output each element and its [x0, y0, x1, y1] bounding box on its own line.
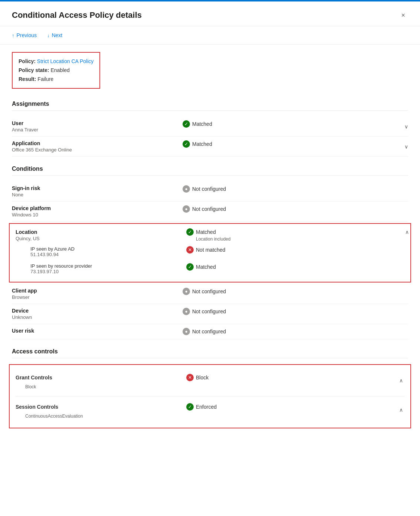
grant-controls-status-icon: ✕	[186, 374, 194, 381]
ip-resource-provider-left: IP seen by resource provider 73.193.97.1…	[30, 263, 186, 274]
user-status-icon: ✓	[183, 120, 190, 128]
session-controls-note: ContinuousAccessEvaluation	[25, 412, 404, 422]
user-label: User	[12, 120, 183, 126]
client-app-value: Browser	[12, 294, 183, 300]
grant-controls-status-row: ✕ Block	[186, 374, 209, 381]
location-left: Location Quincy, US	[16, 229, 186, 241]
user-risk-status-text: Not configured	[192, 329, 226, 334]
user-expand-icon[interactable]: ∨	[404, 124, 408, 130]
policy-result-prefix: Result:	[19, 76, 36, 82]
user-risk-status: ● Not configured	[183, 328, 408, 335]
user-risk-row: User risk ● Not configured	[12, 324, 408, 339]
client-app-status-text: Not configured	[192, 288, 226, 294]
location-status-col: ✓ Matched Location included	[186, 228, 404, 242]
location-status-icon: ✓	[186, 228, 194, 236]
user-status: ✓ Matched	[183, 120, 408, 128]
device-status: ● Not configured	[183, 308, 408, 315]
ip-azure-ad-value: 51.143.90.94	[30, 252, 186, 257]
session-controls-status-row: ✓ Enforced	[186, 403, 217, 411]
device-platform-row: Device platform Windows 10 ● Not configu…	[12, 202, 408, 222]
ip-azure-ad-left: IP seen by Azure AD 51.143.90.94	[30, 246, 186, 257]
policy-state-value: Enabled	[50, 67, 69, 73]
access-controls-section-title: Access controls	[12, 348, 408, 355]
client-app-status-icon: ●	[183, 288, 190, 295]
session-controls-status-text: Enforced	[196, 404, 217, 410]
signin-risk-status-text: Not configured	[192, 186, 226, 192]
ip-azure-ad-status-text: Not matched	[196, 247, 225, 253]
user-value: Anna Traver	[12, 127, 183, 133]
device-platform-left: Device platform Windows 10	[12, 205, 183, 218]
next-button[interactable]: ↓ Next	[47, 31, 67, 40]
application-value: Office 365 Exchange Online	[12, 147, 183, 153]
session-controls-label: Session Controls	[16, 404, 186, 410]
ip-resource-provider-status-text: Matched	[196, 264, 216, 270]
grant-divider	[16, 396, 404, 396]
panel: Conditional Access Policy details × ↑ Pr…	[0, 0, 420, 516]
user-risk-status-icon: ●	[183, 328, 190, 335]
user-risk-label: User risk	[12, 328, 183, 334]
panel-title: Conditional Access Policy details	[12, 10, 142, 20]
user-row: User Anna Traver ✓ Matched ∨	[12, 117, 408, 137]
signin-risk-status-icon: ●	[183, 185, 190, 193]
policy-state-prefix: Policy state:	[19, 67, 49, 73]
ip-resource-provider-row: IP seen by resource provider 73.193.97.1…	[16, 260, 404, 277]
device-status-text: Not configured	[192, 308, 226, 314]
location-value: Quincy, US	[16, 236, 186, 241]
device-status-icon: ●	[183, 308, 190, 315]
device-platform-status-text: Not configured	[192, 206, 226, 212]
application-status-text: Matched	[192, 141, 212, 147]
assignments-section-title: Assignments	[12, 101, 408, 107]
device-platform-status-icon: ●	[183, 205, 190, 213]
device-label: Device	[12, 308, 183, 314]
ip-resource-provider-status-icon: ✓	[186, 263, 194, 271]
ip-resource-provider-label: IP seen by resource provider	[30, 263, 186, 269]
access-controls-divider	[12, 358, 408, 358]
signin-risk-row: Sign-in risk None ● Not configured	[12, 182, 408, 202]
session-controls-expand-icon[interactable]: ∧	[399, 407, 403, 413]
application-expand-icon[interactable]: ∨	[404, 144, 408, 150]
device-platform-label: Device platform	[12, 205, 183, 211]
previous-button[interactable]: ↑ Previous	[12, 31, 41, 40]
location-label: Location	[16, 229, 186, 235]
signin-risk-status: ● Not configured	[183, 185, 408, 193]
grant-controls-status-text: Block	[196, 375, 209, 381]
application-row: Application Office 365 Exchange Online ✓…	[12, 137, 408, 157]
location-expand-icon[interactable]: ∧	[405, 229, 409, 235]
location-note: Location included	[196, 236, 230, 242]
signin-risk-left: Sign-in risk None	[12, 185, 183, 197]
client-app-row: Client app Browser ● Not configured	[12, 284, 408, 304]
signin-risk-value: None	[12, 192, 183, 197]
policy-result-row: Result: Failure	[19, 75, 93, 84]
application-row-left: Application Office 365 Exchange Online	[12, 140, 183, 153]
user-status-text: Matched	[192, 121, 212, 127]
ip-resource-provider-status: ✓ Matched	[186, 263, 404, 271]
location-status-text: Matched	[196, 229, 216, 235]
grant-controls-expand-icon[interactable]: ∧	[399, 378, 403, 383]
location-status-row: ✓ Matched	[186, 228, 216, 236]
session-controls-status: ✓ Enforced	[186, 403, 404, 411]
device-row: Device Unknown ● Not configured	[12, 304, 408, 324]
conditions-divider	[12, 175, 408, 176]
policy-name-row: Policy: Strict Location CA Policy	[19, 57, 93, 66]
device-platform-status: ● Not configured	[183, 205, 408, 213]
policy-state-row: Policy state: Enabled	[19, 66, 93, 75]
application-label: Application	[12, 140, 183, 146]
client-app-left: Client app Browser	[12, 288, 183, 300]
grant-controls-label: Grant Controls	[16, 375, 186, 381]
policy-link[interactable]: Strict Location CA Policy	[37, 58, 94, 64]
ip-azure-ad-status-icon: ✕	[186, 246, 194, 254]
ip-azure-ad-label: IP seen by Azure AD	[30, 246, 186, 252]
application-status: ✓ Matched	[183, 140, 408, 148]
user-risk-left: User risk	[12, 328, 183, 334]
arrow-up-icon: ↑	[12, 33, 14, 38]
ip-azure-ad-row: IP seen by Azure AD 51.143.90.94 ✕ Not m…	[16, 243, 404, 260]
conditions-section-title: Conditions	[12, 166, 408, 172]
session-controls-status-icon: ✓	[186, 403, 194, 411]
device-left: Device Unknown	[12, 308, 183, 320]
ip-resource-provider-value: 73.193.97.10	[30, 269, 186, 274]
device-value: Unknown	[12, 314, 183, 320]
location-main-row: Location Quincy, US ✓ Matched Location i…	[16, 228, 404, 242]
close-button[interactable]: ×	[398, 10, 408, 20]
arrow-down-icon: ↓	[47, 33, 50, 38]
client-app-label: Client app	[12, 288, 183, 294]
